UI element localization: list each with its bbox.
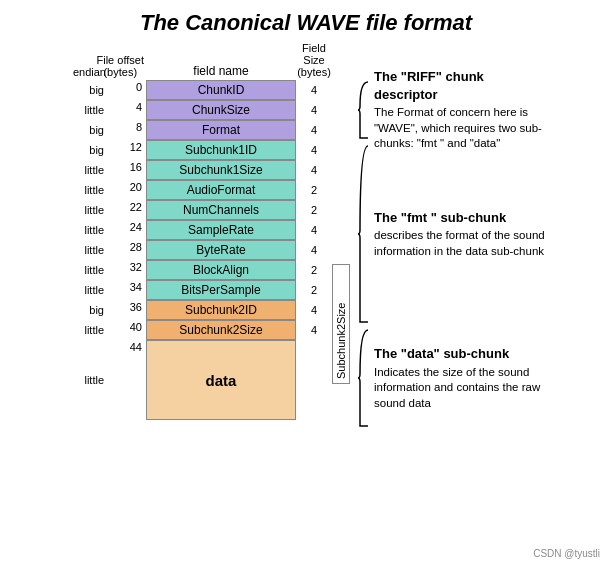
annotation-group-riff: The "RIFF" chunk descriptorThe Format of… <box>358 80 550 140</box>
endian-cell: little <box>84 240 106 260</box>
annotation-body-data: Indicates the size of the sound informat… <box>374 365 550 412</box>
endian-cell: big <box>84 140 106 160</box>
offset-header: File offset(bytes) <box>97 44 145 80</box>
offset-cell: 8 <box>130 120 144 140</box>
offset-cell: 24 <box>130 220 144 240</box>
endian-cell: little <box>84 200 106 220</box>
field-cell: ChunkID <box>146 80 296 100</box>
size-cell: 2 <box>311 180 317 200</box>
endian-cell: little <box>84 160 106 180</box>
endian-cell: little <box>84 260 106 280</box>
offset-cell: 16 <box>130 160 144 180</box>
fields-column: field name ChunkIDChunkSizeFormatSubchun… <box>146 44 296 420</box>
endian-cell: little <box>84 280 106 300</box>
size-cell: 4 <box>311 220 317 240</box>
offset-cell: 22 <box>130 200 144 220</box>
subchunk2size-label: Subchunk2Size <box>332 264 350 384</box>
annotation-text-data: The "data" sub-chunkIndicates the size o… <box>374 345 550 411</box>
endian-cell: little <box>84 320 106 340</box>
offset-cell: 34 <box>130 280 144 300</box>
field-cell: BlockAlign <box>146 260 296 280</box>
field-cell: Subchunk2Size <box>146 320 296 340</box>
field-cell: ChunkSize <box>146 100 296 120</box>
annotation-group-data: The "data" sub-chunkIndicates the size o… <box>358 328 550 428</box>
annotation-group-fmt: The "fmt " sub-chunkdescribes the format… <box>358 144 550 324</box>
size-cell: 4 <box>311 300 317 320</box>
field-cell: SampleRate <box>146 220 296 240</box>
annotations-column: The "RIFF" chunk descriptorThe Format of… <box>350 44 550 432</box>
annotation-title-fmt: The "fmt " sub-chunk <box>374 209 550 227</box>
annotation-body-fmt: describes the format of the sound inform… <box>374 228 550 259</box>
offset-cell: 32 <box>130 260 144 280</box>
size-cell: 4 <box>311 320 317 340</box>
offset-cell: 4 <box>130 100 144 120</box>
endian-cell: little <box>84 100 106 120</box>
size-cell: 4 <box>311 100 317 120</box>
size-cell: 4 <box>311 240 317 260</box>
offset-cell: 20 <box>130 180 144 200</box>
brace-riff <box>358 80 370 140</box>
field-cell: AudioFormat <box>146 180 296 200</box>
fields-header: field name <box>146 44 296 80</box>
offset-cell: 28 <box>130 240 144 260</box>
size-cell: 4 <box>311 80 317 100</box>
field-cell: NumChannels <box>146 200 296 220</box>
size-cell <box>311 340 317 420</box>
endian-cell: little <box>84 220 106 240</box>
annotation-title-data: The "data" sub-chunk <box>374 345 550 363</box>
page-title: The Canonical WAVE file format <box>10 10 602 36</box>
subchunk2size-col: Subchunk2Size <box>332 44 350 384</box>
endian-cell: little <box>84 340 106 420</box>
annotation-title-riff: The "RIFF" chunk descriptor <box>374 68 550 103</box>
endian-cell: big <box>84 120 106 140</box>
size-cell: 2 <box>311 200 317 220</box>
watermark: CSDN @tyustli <box>533 548 600 559</box>
main-layout: endian biglittlebigbiglittlelittlelittle… <box>10 44 602 432</box>
page: The Canonical WAVE file format endian bi… <box>0 0 612 567</box>
size-cell: 4 <box>311 160 317 180</box>
brace-data <box>358 328 370 428</box>
endian-column: endian biglittlebigbiglittlelittlelittle… <box>62 44 110 420</box>
offset-cell: 12 <box>130 140 144 160</box>
field-cell: Subchunk1ID <box>146 140 296 160</box>
field-cell: Subchunk2ID <box>146 300 296 320</box>
size-cell: 4 <box>311 120 317 140</box>
endian-cell: big <box>84 80 106 100</box>
field-cell: data <box>146 340 296 420</box>
size-cell: 4 <box>311 140 317 160</box>
endian-cell: little <box>84 180 106 200</box>
size-column: Field Size(bytes) 4444422442244 <box>296 44 332 420</box>
endian-cell: big <box>84 300 106 320</box>
brace-fmt <box>358 144 370 324</box>
field-cell: ByteRate <box>146 240 296 260</box>
annotation-text-riff: The "RIFF" chunk descriptorThe Format of… <box>374 68 550 152</box>
offset-cell: 40 <box>130 320 144 340</box>
table-area: File offset(bytes) 048121620222428323436… <box>110 44 350 420</box>
offset-cell: 0 <box>130 80 144 100</box>
field-cell: Format <box>146 120 296 140</box>
offset-column: File offset(bytes) 048121620222428323436… <box>110 44 146 420</box>
offset-cell: 44 <box>130 340 144 420</box>
size-cell: 2 <box>311 260 317 280</box>
annotation-text-fmt: The "fmt " sub-chunkdescribes the format… <box>374 209 550 260</box>
offset-cell: 36 <box>130 300 144 320</box>
size-header: Field Size(bytes) <box>296 44 332 80</box>
field-cell: BitsPerSample <box>146 280 296 300</box>
field-cell: Subchunk1Size <box>146 160 296 180</box>
size-cell: 2 <box>311 280 317 300</box>
